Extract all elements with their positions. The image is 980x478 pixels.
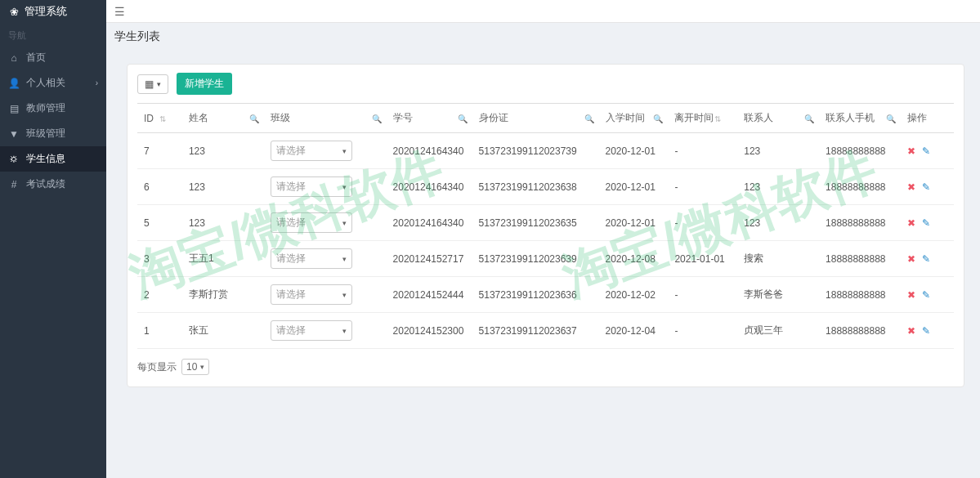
sidebar-item-label: 个人相关 xyxy=(26,76,65,90)
cell: 5 xyxy=(137,205,182,241)
search-icon[interactable]: 🔍 xyxy=(372,114,382,123)
col-label: 离开时间 xyxy=(674,112,714,123)
cell: 2020124152717 xyxy=(387,241,472,277)
cell: 18888888888 xyxy=(819,169,901,205)
cell: - xyxy=(668,205,737,241)
cell: ✖✎ xyxy=(901,313,954,349)
cell: - xyxy=(668,313,737,349)
page-size-select[interactable]: 10 ▾ xyxy=(181,359,209,375)
delete-icon[interactable]: ✖ xyxy=(907,289,915,301)
col-label: 联系人手机 xyxy=(826,112,875,123)
group-icon: ⛭ xyxy=(8,154,20,165)
sidebar-item-3[interactable]: ▼班级管理 xyxy=(0,121,106,146)
cell: 请选择▾ xyxy=(264,313,387,349)
col-header-1[interactable]: 姓名🔍 xyxy=(182,104,264,133)
col-label: 身份证 xyxy=(479,112,508,123)
select-placeholder: 请选择 xyxy=(276,288,306,302)
cell: 1 xyxy=(137,313,182,349)
collapse-sidebar-icon[interactable]: ☰ xyxy=(114,5,125,18)
cell: 请选择▾ xyxy=(264,205,387,241)
page-size-label: 每页显示 xyxy=(137,360,177,374)
sidebar-item-label: 首页 xyxy=(26,51,46,65)
col-label: 学号 xyxy=(393,112,413,123)
search-icon[interactable]: 🔍 xyxy=(584,114,594,123)
cell: 王五1 xyxy=(182,241,264,277)
col-header-0[interactable]: ID⇅ xyxy=(137,104,182,133)
cell: 18888888888 xyxy=(819,277,901,313)
cell: 2 xyxy=(137,277,182,313)
cell: 张五 xyxy=(182,313,264,349)
cell: 123 xyxy=(737,133,819,169)
delete-icon[interactable]: ✖ xyxy=(907,217,915,229)
class-select[interactable]: 请选择▾ xyxy=(271,248,352,269)
cell: 请选择▾ xyxy=(264,133,387,169)
app-title: 管理系统 xyxy=(25,4,67,19)
sidebar-item-label: 教师管理 xyxy=(26,101,65,115)
edit-icon[interactable]: ✎ xyxy=(922,289,930,301)
cell: 18888888888 xyxy=(819,205,901,241)
students-table: ID⇅姓名🔍班级🔍学号🔍身份证🔍入学时间🔍离开时间⇅联系人🔍联系人手机🔍操作 7… xyxy=(137,103,954,349)
sidebar-item-1[interactable]: 👤个人相关› xyxy=(0,70,106,96)
edit-icon[interactable]: ✎ xyxy=(922,217,930,229)
cell: 513723199112023739 xyxy=(472,133,599,169)
col-header-5[interactable]: 入学时间🔍 xyxy=(599,104,669,133)
col-label: ID xyxy=(144,113,154,124)
col-header-6[interactable]: 离开时间⇅ xyxy=(668,104,737,133)
col-label: 操作 xyxy=(907,112,927,123)
class-select[interactable]: 请选择▾ xyxy=(271,284,352,305)
delete-icon[interactable]: ✖ xyxy=(907,253,915,265)
edit-icon[interactable]: ✎ xyxy=(922,181,930,193)
sort-icon[interactable]: ⇅ xyxy=(159,114,166,123)
cell: 18888888888 xyxy=(819,313,901,349)
doc-icon: ▤ xyxy=(8,103,20,114)
class-select[interactable]: 请选择▾ xyxy=(271,141,352,161)
columns-toggle-button[interactable]: ▦ ▾ xyxy=(137,74,168,94)
cell: 6 xyxy=(137,169,182,205)
sidebar-item-0[interactable]: ⌂首页 xyxy=(0,45,106,70)
search-icon[interactable]: 🔍 xyxy=(458,114,468,123)
class-select[interactable]: 请选择▾ xyxy=(271,212,352,233)
cell: ✖✎ xyxy=(901,133,954,169)
search-icon[interactable]: 🔍 xyxy=(886,114,896,123)
class-select[interactable]: 请选择▾ xyxy=(271,176,352,197)
col-header-2[interactable]: 班级🔍 xyxy=(264,104,387,133)
search-icon[interactable]: 🔍 xyxy=(804,114,814,123)
cell: 2020-12-01 xyxy=(599,133,669,169)
cell: 18888888888 xyxy=(819,133,901,169)
topbar: ☰ xyxy=(106,0,980,23)
delete-icon[interactable]: ✖ xyxy=(907,325,915,337)
sidebar-item-4[interactable]: ⛭学生信息 xyxy=(0,146,106,172)
sidebar: ❀ 管理系统 导航 ⌂首页👤个人相关›▤教师管理▼班级管理⛭学生信息#考试成绩 xyxy=(0,0,106,478)
cell: 请选择▾ xyxy=(264,241,387,277)
sort-icon[interactable]: ⇅ xyxy=(714,114,721,123)
sidebar-item-2[interactable]: ▤教师管理 xyxy=(0,96,106,121)
chevron-down-icon: ▾ xyxy=(342,291,347,299)
col-header-3[interactable]: 学号🔍 xyxy=(387,104,472,133)
sidebar-item-5[interactable]: #考试成绩 xyxy=(0,172,106,197)
add-student-button[interactable]: 新增学生 xyxy=(177,73,232,95)
delete-icon[interactable]: ✖ xyxy=(907,181,915,193)
paw-icon: ❀ xyxy=(8,6,20,18)
cell: 2020-12-01 xyxy=(599,169,669,205)
table-row: 2李斯打赏请选择▾2020124152444513723199112023636… xyxy=(137,277,954,313)
edit-icon[interactable]: ✎ xyxy=(922,253,930,265)
grid-icon: ▦ xyxy=(145,78,154,90)
delete-icon[interactable]: ✖ xyxy=(907,145,915,157)
col-header-8[interactable]: 联系人手机🔍 xyxy=(819,104,901,133)
col-header-4[interactable]: 身份证🔍 xyxy=(472,104,599,133)
edit-icon[interactable]: ✎ xyxy=(922,145,930,157)
col-label: 入学时间 xyxy=(606,112,645,123)
col-header-9[interactable]: 操作 xyxy=(901,104,954,133)
class-select[interactable]: 请选择▾ xyxy=(271,320,352,341)
cell: 513723199112023635 xyxy=(472,205,599,241)
cell: 18888888888 xyxy=(819,241,901,277)
cell: 贞观三年 xyxy=(737,313,819,349)
cell: 2020124152300 xyxy=(387,313,472,349)
select-placeholder: 请选择 xyxy=(276,324,306,337)
col-header-7[interactable]: 联系人🔍 xyxy=(737,104,819,133)
home-icon: ⌂ xyxy=(8,52,20,64)
edit-icon[interactable]: ✎ xyxy=(922,325,930,337)
search-icon[interactable]: 🔍 xyxy=(653,114,663,123)
search-icon[interactable]: 🔍 xyxy=(249,114,259,123)
nav-section-label: 导航 xyxy=(0,23,106,45)
